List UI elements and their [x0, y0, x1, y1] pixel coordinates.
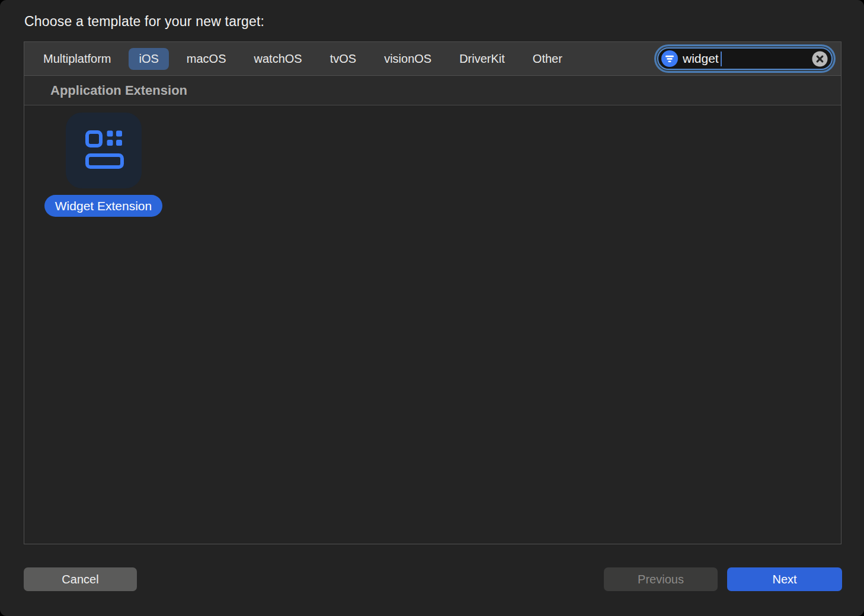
tab-watchos[interactable]: watchOS [244, 48, 312, 70]
cancel-button[interactable]: Cancel [24, 567, 137, 591]
template-grid: Widget Extension [24, 105, 841, 544]
previous-button[interactable]: Previous [604, 567, 718, 591]
tab-ios[interactable]: iOS [129, 48, 168, 70]
tab-driverkit[interactable]: DriverKit [449, 48, 515, 70]
tab-other[interactable]: Other [523, 48, 572, 70]
platform-tab-bar: Multiplatform iOS macOS watchOS tvOS vis… [24, 42, 841, 76]
template-search-field[interactable] [657, 47, 833, 70]
clear-search-icon[interactable] [812, 51, 828, 67]
widget-extension-icon[interactable] [66, 113, 142, 188]
tab-multiplatform[interactable]: Multiplatform [33, 48, 121, 70]
tab-macos[interactable]: macOS [177, 48, 236, 70]
next-button[interactable]: Next [727, 567, 842, 591]
search-input[interactable] [683, 52, 723, 66]
filter-lines-icon[interactable] [661, 50, 678, 67]
tab-visionos[interactable]: visionOS [374, 48, 441, 70]
tab-tvos[interactable]: tvOS [320, 48, 366, 70]
new-target-template-dialog: Choose a template for your new target: M… [0, 0, 864, 616]
text-cursor [721, 52, 722, 66]
template-item-widget-extension[interactable]: Widget Extension [34, 113, 173, 217]
section-header: Application Extension [24, 76, 841, 105]
template-chooser-panel: Multiplatform iOS macOS watchOS tvOS vis… [24, 41, 841, 544]
template-name-badge: Widget Extension [44, 195, 162, 217]
page-title: Choose a template for your new target: [24, 14, 264, 30]
